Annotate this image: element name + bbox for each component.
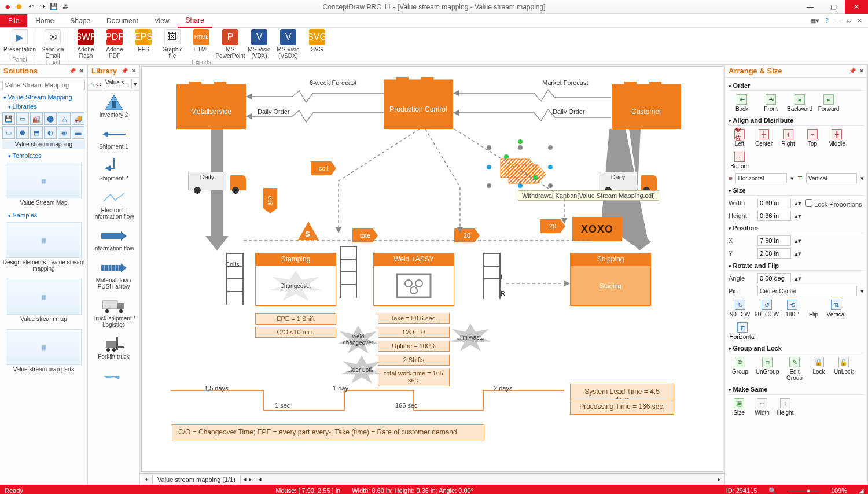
sec-rotate[interactable]: Rotate and Flip	[729, 261, 864, 271]
ms-visio-vsdx-button[interactable]: VMS Visio (VSDX)	[274, 29, 302, 59]
page-nav-prev[interactable]: ◂	[243, 475, 247, 483]
sec-align[interactable]: Align and Distribute	[729, 116, 864, 126]
panel-close-icon[interactable]: ✕	[859, 68, 864, 74]
mdi-minimize-icon[interactable]: —	[834, 17, 841, 24]
supplier-box[interactable]: Metallservice	[176, 94, 246, 129]
y-input[interactable]	[757, 248, 791, 259]
lib-thumb[interactable]: ◉	[58, 126, 71, 139]
solution-root[interactable]: Value Stream Mapping	[0, 93, 87, 102]
unlock-btn[interactable]: 🔓UnLock	[832, 356, 856, 382]
same-height[interactable]: ↕Height	[775, 397, 796, 417]
help-icon[interactable]: ?	[825, 17, 829, 24]
qat-shield-icon[interactable]: ⬣	[15, 3, 23, 11]
lib-thumb[interactable]: 💾	[2, 112, 15, 125]
inventory-ladder-lr[interactable]	[483, 253, 501, 299]
x-input[interactable]	[757, 235, 791, 246]
qat-print-icon[interactable]: 🖶	[61, 3, 69, 11]
flip-vertical[interactable]: ⇅Vertical	[825, 298, 848, 319]
pin-icon[interactable]: 📌	[849, 68, 856, 74]
mdi-restore-icon[interactable]: ▱	[847, 17, 851, 24]
pin-select[interactable]: Center-Center	[757, 286, 857, 296]
align-top[interactable]: ⫟Top	[801, 128, 823, 148]
solution-samples[interactable]: Samples	[0, 211, 87, 220]
close-button[interactable]: ✕	[845, 0, 868, 14]
process-stamping[interactable]: Stamping Changeover	[255, 253, 336, 306]
page-tab[interactable]: Value stream mapping (1/1)	[152, 475, 241, 484]
solutions-search-input[interactable]	[2, 80, 85, 90]
qat-undo-icon[interactable]: ↶	[27, 3, 35, 11]
graphic-file-button[interactable]: 🖼Graphic file	[159, 29, 186, 59]
kaizen-elim-waste[interactable]: elim waste	[450, 323, 491, 351]
pin-icon[interactable]: 📌	[69, 68, 76, 74]
lib-thumb[interactable]: 🚚	[72, 112, 84, 125]
lib-thumb[interactable]: 🏭	[30, 112, 43, 125]
order-forward[interactable]: ▸Forward	[815, 93, 842, 113]
sec-position[interactable]: Position	[729, 223, 864, 233]
kaizen-welder-uptime[interactable]: welder uptime	[341, 356, 382, 384]
flip-horizontal[interactable]: ⇄Horizontal	[729, 321, 756, 341]
tab-file[interactable]: File	[0, 14, 27, 27]
chevron-down-icon[interactable]: ▾	[134, 80, 137, 88]
eps-button[interactable]: EPSEPS	[130, 29, 157, 59]
angle-input[interactable]	[757, 273, 791, 283]
lib-shape-truck[interactable]: Truck shipment / Logistics	[88, 294, 139, 333]
lib-back-icon[interactable]: ‹	[96, 80, 98, 87]
distribute-v[interactable]: Vertical	[806, 173, 857, 183]
lib-shape-push[interactable]: Material flow / PUSH arrow	[88, 256, 139, 294]
ribbon-options-icon[interactable]: ▦▾	[810, 17, 819, 24]
mdi-close-icon[interactable]: ✕	[857, 17, 862, 24]
lib-thumb[interactable]: ◐	[44, 126, 57, 139]
inventory-ladder-2[interactable]	[340, 246, 357, 298]
resize-grip-icon[interactable]: ◢	[859, 487, 863, 495]
sample-item[interactable]: ▦Design elements - Value stream mapping	[0, 220, 87, 277]
sec-group[interactable]: Group and Lock	[729, 344, 864, 353]
adobe-pdf-button[interactable]: PDFAdobe PDF	[101, 29, 128, 59]
qat-redo-icon[interactable]: ↷	[38, 3, 46, 11]
sample-item[interactable]: ▦Value stream map parts	[0, 327, 87, 377]
solution-libraries[interactable]: Libraries	[0, 102, 87, 111]
adobe-flash-button[interactable]: SWFAdobe Flash	[72, 29, 100, 59]
ms-powerpoint-button[interactable]: PMS PowerPoint	[216, 29, 244, 59]
lock-btn[interactable]: 🔒Lock	[808, 356, 829, 382]
lib-fwd-icon[interactable]: ›	[100, 80, 102, 87]
panel-close-icon[interactable]: ✕	[79, 68, 84, 74]
sample-item[interactable]: ▦Value stream map	[0, 277, 87, 327]
align-left[interactable]: �佐Left	[729, 128, 751, 148]
data-epe[interactable]: EPE = 1 Shift	[255, 313, 336, 325]
pin-icon[interactable]: 📌	[121, 68, 128, 74]
library-select[interactable]: Value s...	[104, 79, 132, 89]
panel-close-icon[interactable]: ✕	[131, 68, 136, 74]
legend-note[interactable]: C/O = Changeover Time; EPE = every part …	[172, 424, 484, 440]
lib-thumb[interactable]: ⬒	[30, 126, 43, 139]
order-backward[interactable]: ◂Backward	[786, 93, 813, 113]
align-right[interactable]: ⫞Right	[777, 128, 799, 148]
maximize-button[interactable]: ▢	[822, 0, 845, 14]
svg-button[interactable]: SVGSVG	[303, 29, 331, 59]
rotate-ccw[interactable]: ↺90° CCW	[754, 298, 779, 319]
solution-templates[interactable]: Templates	[0, 151, 87, 160]
rotate-180[interactable]: ⟲180 °	[782, 298, 803, 319]
production-control-box[interactable]: Production Control	[384, 90, 453, 129]
group-btn[interactable]: ⧉Group	[729, 356, 752, 382]
customer-box[interactable]: Customer	[612, 94, 681, 129]
data-2shifts[interactable]: 2 Shifts	[378, 355, 450, 366]
sec-size[interactable]: Size	[729, 186, 864, 196]
lib-home-icon[interactable]: ⌂	[90, 80, 94, 87]
send-email-button[interactable]: ✉Send via Email	[39, 29, 67, 59]
data-co0[interactable]: C/O = 0	[378, 327, 450, 338]
tab-home[interactable]: Home	[27, 14, 62, 27]
distribute-h[interactable]: Horizontal	[735, 173, 786, 183]
template-item[interactable]: ▦Value Stream Map	[0, 160, 87, 211]
html-button[interactable]: HTMLHTML	[187, 29, 215, 59]
lib-shape-inventory[interactable]: Inventory 2	[88, 91, 139, 123]
lib-thumb[interactable]: ⬤	[44, 112, 57, 125]
lib-shape-forklift[interactable]: Forklift truck	[88, 333, 139, 364]
ms-visio-vdx-button[interactable]: VMS Visio (VDX)	[245, 29, 273, 59]
height-input[interactable]	[757, 211, 791, 221]
lib-shape-shipment2[interactable]: Shipment 2	[88, 154, 139, 186]
process-shipping[interactable]: Shipping Staging	[570, 253, 651, 306]
same-size[interactable]: ▣Size	[729, 397, 749, 417]
lib-shape-shipment1[interactable]: Shipment 1	[88, 123, 139, 154]
data-take[interactable]: Take = 58.6 sec.	[378, 313, 450, 324]
data-uptime[interactable]: Uptime = 100%	[378, 341, 450, 352]
